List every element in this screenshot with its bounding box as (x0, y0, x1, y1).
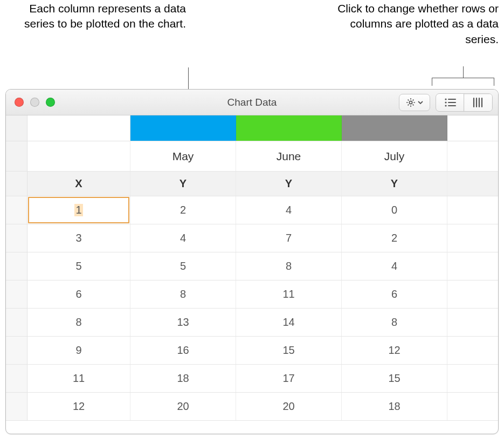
svg-point-2 (445, 101, 446, 103)
data-cell-y[interactable]: 2 (342, 224, 447, 252)
data-cell-y[interactable]: 17 (236, 365, 342, 392)
row-number-gutter[interactable] (6, 224, 27, 252)
gear-icon (405, 97, 416, 108)
data-cell-y[interactable]: 6 (342, 280, 447, 308)
empty-cell[interactable] (447, 252, 498, 280)
row-number-gutter-header (6, 115, 27, 141)
row-number-gutter[interactable] (6, 196, 27, 224)
table-row: 12202018 (6, 393, 498, 421)
row-number-gutter[interactable] (6, 280, 27, 308)
chart-data-options-button[interactable] (399, 94, 430, 111)
row-number-gutter[interactable] (6, 252, 27, 280)
plot-rows-as-series-button[interactable] (436, 94, 464, 111)
data-cell-y[interactable]: 4 (236, 196, 342, 224)
series-color-swatch[interactable] (236, 115, 342, 141)
empty-cell (447, 141, 498, 171)
empty-cell[interactable] (447, 337, 498, 364)
data-cell-x[interactable]: 5 (27, 252, 130, 280)
axis-header-y[interactable]: Y (342, 172, 447, 196)
axis-header-y[interactable]: Y (130, 172, 236, 196)
series-color-swatch[interactable] (342, 115, 447, 141)
table-row: 1240 (6, 196, 498, 224)
svg-point-1 (445, 98, 446, 100)
window-close-button[interactable] (15, 98, 24, 107)
empty-cell[interactable] (447, 196, 498, 224)
table-row: 813148 (6, 309, 498, 337)
data-cell-y[interactable]: 16 (130, 337, 236, 364)
axis-header-x[interactable]: X (27, 172, 130, 196)
series-color-swatch[interactable] (130, 115, 236, 141)
data-cell-y[interactable]: 20 (236, 393, 342, 420)
callout-toggle-series-orientation: Click to change whether rows or columns … (326, 1, 499, 47)
svg-point-3 (445, 105, 446, 106)
data-cell-y[interactable]: 18 (130, 365, 236, 392)
plot-columns-icon (472, 97, 484, 108)
svg-point-0 (409, 101, 412, 104)
plot-columns-as-series-button[interactable] (464, 94, 492, 111)
data-cell-y[interactable]: 7 (236, 224, 342, 252)
empty-cell[interactable] (447, 280, 498, 308)
data-cell-y[interactable]: 5 (130, 252, 236, 280)
data-cell-y[interactable]: 20 (130, 393, 236, 420)
data-cell-y[interactable]: 13 (130, 309, 236, 336)
window-traffic-lights (6, 98, 55, 107)
data-cell-x[interactable]: 8 (27, 309, 130, 336)
series-color-strip (6, 115, 498, 141)
data-cell-x[interactable]: 6 (27, 280, 130, 308)
empty-cell[interactable] (447, 365, 498, 392)
data-cell-y[interactable]: 14 (236, 309, 342, 336)
row-number-gutter[interactable] (6, 365, 27, 392)
window-zoom-button[interactable] (46, 98, 55, 107)
data-cell-y[interactable]: 8 (342, 309, 447, 336)
empty-cell (447, 172, 498, 196)
data-cell-x[interactable]: 11 (27, 365, 130, 392)
data-cell-x[interactable]: 1 (27, 196, 130, 224)
data-cell-x[interactable]: 12 (27, 393, 130, 420)
window-titlebar[interactable]: Chart Data (6, 90, 498, 115)
data-cell-y[interactable]: 8 (130, 280, 236, 308)
axis-header-row: X Y Y Y (6, 172, 498, 196)
data-cell-y[interactable]: 15 (342, 365, 447, 392)
table-row: 5584 (6, 252, 498, 280)
table-row: 3472 (6, 224, 498, 252)
table-row: 68116 (6, 280, 498, 309)
callout-columns-are-series: Each column represents a data series to … (0, 1, 186, 32)
table-row: 9161512 (6, 337, 498, 365)
data-cell-y[interactable]: 0 (342, 196, 447, 224)
row-number-gutter[interactable] (6, 393, 27, 420)
empty-cell[interactable] (447, 224, 498, 252)
chevron-down-icon (417, 99, 424, 106)
data-cell-y[interactable]: 8 (236, 252, 342, 280)
series-name-cell[interactable]: July (342, 141, 447, 171)
axis-header-y[interactable]: Y (236, 172, 342, 196)
plot-rows-icon (444, 98, 457, 107)
data-cell-y[interactable]: 15 (236, 337, 342, 364)
series-name-cell[interactable]: May (130, 141, 236, 171)
chart-data-sheet: May June July X Y Y Y 124034725584681168… (6, 115, 498, 421)
callout-bracket (432, 71, 494, 86)
data-cell-x[interactable]: 3 (27, 224, 130, 252)
data-cell-x[interactable]: 9 (27, 337, 130, 364)
data-cell-y[interactable]: 11 (236, 280, 342, 308)
empty-cell[interactable] (447, 393, 498, 420)
data-cell-y[interactable]: 12 (342, 337, 447, 364)
row-number-gutter (6, 141, 27, 171)
data-cell-y[interactable]: 2 (130, 196, 236, 224)
x-column-color-gutter (27, 115, 130, 141)
series-orientation-segmented-control (436, 93, 493, 112)
cell-value: 1 (74, 204, 82, 216)
data-cell-y[interactable]: 18 (342, 393, 447, 420)
row-number-gutter (6, 172, 27, 196)
chart-data-window: Chart Data (5, 89, 499, 434)
row-number-gutter[interactable] (6, 337, 27, 364)
series-name-header-row: May June July (6, 141, 498, 172)
data-cell-y[interactable]: 4 (130, 224, 236, 252)
empty-cell[interactable] (447, 309, 498, 336)
x-series-name-cell[interactable] (27, 141, 130, 171)
series-name-cell[interactable]: June (236, 141, 342, 171)
data-cell-y[interactable]: 4 (342, 252, 447, 280)
table-row: 11181715 (6, 365, 498, 393)
row-number-gutter[interactable] (6, 309, 27, 336)
window-minimize-button[interactable] (30, 98, 39, 107)
